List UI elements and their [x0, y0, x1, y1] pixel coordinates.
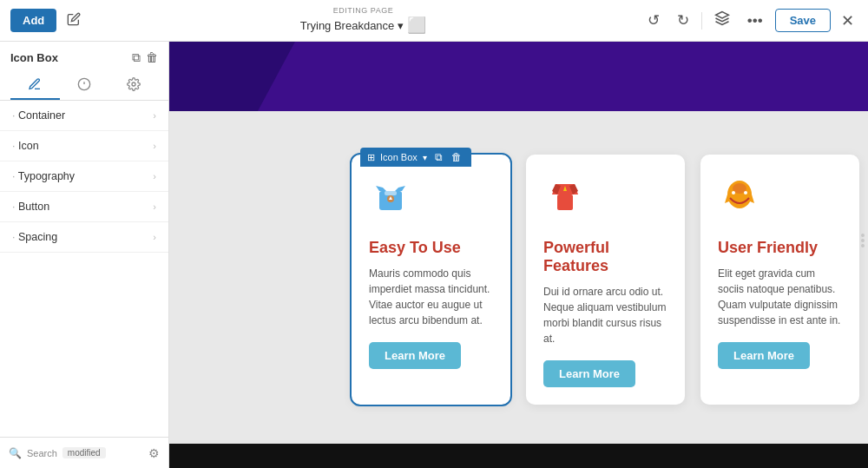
- card-3-desc: Elit eget gravida cum sociis natoque pen…: [718, 266, 842, 328]
- chevron-right-icon: ›: [153, 141, 156, 151]
- panel-rows: Container › Icon › Typography › Button ›…: [0, 101, 168, 437]
- chevron-right-icon: ›: [153, 201, 156, 212]
- card-1-icon: [369, 175, 493, 227]
- dropdown-icon[interactable]: ▾: [398, 19, 404, 32]
- delete-icon[interactable]: 🗑: [146, 50, 158, 65]
- panel-title: Icon Box: [10, 51, 58, 64]
- spacing-label: Spacing: [12, 231, 57, 243]
- more-button[interactable]: •••: [742, 9, 768, 33]
- panel-tabs: [0, 70, 168, 101]
- add-button[interactable]: Add: [10, 9, 56, 32]
- tab-settings[interactable]: [108, 70, 158, 100]
- card-2-button[interactable]: Learn More: [543, 360, 635, 387]
- card-2-title: Powerful Features: [543, 239, 667, 275]
- edit-icon-button[interactable]: [63, 9, 84, 33]
- redo-button[interactable]: ↻: [672, 8, 694, 33]
- scroll-dot: [861, 244, 865, 247]
- svg-point-21: [744, 191, 747, 194]
- layers-button[interactable]: [709, 7, 735, 34]
- svg-marker-0: [715, 12, 728, 19]
- panel-row-typography[interactable]: Typography ›: [0, 161, 168, 192]
- card-1[interactable]: Easy To Use Mauris commodo quis imperdie…: [352, 155, 510, 405]
- bottom-bar: 🔍 Search modified ⚙: [0, 437, 168, 468]
- panel-row-container[interactable]: Container ›: [0, 101, 168, 131]
- icon-label: Icon: [12, 140, 39, 152]
- panel-header: Icon Box ⧉ 🗑: [0, 42, 168, 70]
- scroll-dot: [861, 239, 865, 242]
- undo-button[interactable]: ↺: [642, 8, 665, 33]
- chevron-right-icon: ›: [153, 110, 156, 121]
- modified-badge: modified: [62, 447, 106, 458]
- panel-row-button[interactable]: Button ›: [0, 192, 168, 222]
- card-1-desc: Mauris commodo quis imperdiet massa tinc…: [369, 266, 493, 328]
- card-3[interactable]: User Friendly Elit eget gravida cum soci…: [700, 155, 859, 405]
- tab-style[interactable]: [10, 70, 60, 100]
- card-2-desc: Dui id ornare arcu odio ut. Neque aliqua…: [543, 284, 667, 346]
- selection-icon: ⊞: [367, 152, 375, 163]
- card-2-icon: [543, 175, 667, 227]
- svg-rect-8: [385, 191, 397, 195]
- selection-delete-button[interactable]: 🗑: [449, 150, 464, 164]
- svg-marker-6: [376, 186, 386, 191]
- settings-icon[interactable]: ⚙: [148, 446, 160, 460]
- close-button[interactable]: ✕: [838, 8, 858, 34]
- editing-label: EDITING PAGE: [333, 6, 393, 15]
- bg-bottom-dark: [169, 444, 868, 468]
- panel-row-spacing[interactable]: Spacing ›: [0, 222, 168, 253]
- svg-point-4: [132, 82, 135, 86]
- canvas-inner: ⊞ Icon Box ▾ ⧉ 🗑: [169, 42, 868, 468]
- search-icon: 🔍: [9, 447, 22, 459]
- card-3-button[interactable]: Learn More: [718, 342, 810, 369]
- cards-area: Easy To Use Mauris commodo quis imperdie…: [352, 155, 859, 405]
- monitor-icon[interactable]: ⬜: [407, 16, 426, 35]
- selection-chevron-icon: ▾: [423, 153, 427, 162]
- card-2[interactable]: Powerful Features Dui id ornare arcu odi…: [526, 155, 685, 405]
- container-label: Container: [12, 109, 65, 122]
- canvas: ⊞ Icon Box ▾ ⧉ 🗑: [169, 42, 868, 468]
- typography-label: Typography: [12, 170, 75, 182]
- page-name-row: Trying Breakdance ▾ ⬜: [300, 16, 427, 35]
- divider: [701, 12, 702, 30]
- selection-actions: ⧉ 🗑: [432, 150, 464, 164]
- chevron-right-icon: ›: [153, 232, 156, 242]
- topbar-left: Add: [10, 9, 84, 33]
- tab-icon[interactable]: [60, 70, 109, 100]
- svg-rect-12: [557, 194, 573, 210]
- card-1-title: Easy To Use: [369, 239, 493, 257]
- button-label: Button: [12, 201, 49, 213]
- topbar-right: ↺ ↻ ••• Save ✕: [642, 7, 858, 34]
- card-3-icon: [718, 175, 842, 227]
- selection-label: Icon Box: [380, 152, 418, 162]
- card-3-title: User Friendly: [718, 239, 842, 257]
- selection-bar: ⊞ Icon Box ▾ ⧉ 🗑: [360, 148, 471, 167]
- scroll-dot: [861, 234, 865, 237]
- panel-header-actions: ⧉ 🗑: [132, 50, 158, 65]
- page-name: Trying Breakdance: [300, 19, 395, 32]
- selection-copy-button[interactable]: ⧉: [432, 150, 445, 164]
- svg-point-20: [732, 191, 735, 194]
- scroll-hint: [861, 234, 865, 247]
- save-button[interactable]: Save: [775, 9, 831, 32]
- topbar: Add EDITING PAGE Trying Breakdance ▾ ⬜ ↺…: [0, 0, 868, 42]
- topbar-center: EDITING PAGE Trying Breakdance ▾ ⬜: [300, 6, 427, 35]
- search-placeholder: Search: [27, 448, 57, 458]
- duplicate-icon[interactable]: ⧉: [132, 50, 141, 65]
- left-panel: Icon Box ⧉ 🗑 Container › Icon: [0, 42, 169, 468]
- svg-marker-7: [395, 186, 405, 191]
- card-1-button[interactable]: Learn More: [369, 342, 461, 369]
- chevron-right-icon: ›: [153, 171, 156, 181]
- main-area: Icon Box ⧉ 🗑 Container › Icon: [0, 42, 868, 468]
- panel-row-icon[interactable]: Icon ›: [0, 131, 168, 161]
